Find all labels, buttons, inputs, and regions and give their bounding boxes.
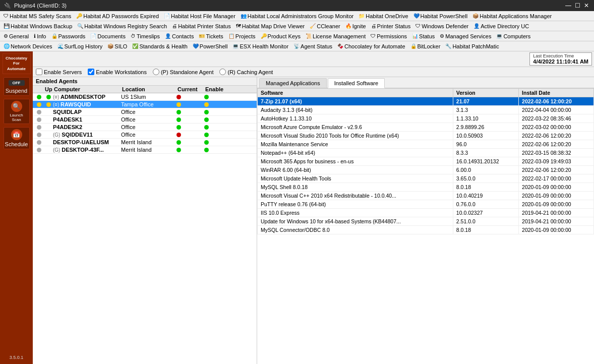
table-row[interactable]: AutoHotkey 1.1.33.10 1.1.33.10 2022-03-2… bbox=[258, 114, 594, 123]
tool-item-habitat-patchmatic[interactable]: 🔧Habitat PatchMatic bbox=[443, 42, 501, 51]
menu-label: Printer Status bbox=[377, 23, 411, 29]
tool-item-documents[interactable]: 📄Documents bbox=[88, 32, 128, 41]
menu-item-ignite[interactable]: 🔥Ignite bbox=[343, 22, 369, 31]
tool-item-standards-&-health[interactable]: ✅Standards & Health bbox=[130, 42, 190, 51]
tool-item-esx-health-monitor[interactable]: 💻ESX Health Monitor bbox=[230, 42, 291, 51]
tool-item-product-keys[interactable]: 🔑Product Keys bbox=[258, 32, 303, 41]
app-title: Plugins4 (ClientID: 3) bbox=[14, 3, 67, 9]
tool-item-contacts[interactable]: 👤Contacts bbox=[162, 32, 196, 41]
table-row[interactable]: WinRAR 6.00 (64-bit) 6.00.0 2022-02-06 1… bbox=[258, 166, 594, 174]
menu-item-habitat-local-administrators-group-monitor[interactable]: 👥Habitat Local Administrators Group Moni… bbox=[238, 12, 356, 21]
menu-item-habitat-onedrive[interactable]: 📁Habitat OneDrive bbox=[356, 12, 410, 21]
tool-item-agent-status[interactable]: 📡Agent Status bbox=[291, 42, 335, 51]
menu-label: Habitat Applications Manager bbox=[480, 13, 552, 19]
menu-item-ccleaner[interactable]: 🧹CCleaner bbox=[307, 22, 342, 31]
menu-item-habitat-host-file-manager[interactable]: 📄Habitat Host File Manager bbox=[161, 12, 238, 21]
tool-label: Chocolatey for Automate bbox=[344, 43, 405, 49]
menu-label: Habitat PowerShell bbox=[421, 13, 468, 19]
tool-item-network-devices[interactable]: 🌐Network Devices bbox=[1, 42, 55, 51]
tool-item-surflog-history[interactable]: 🌊SurfLog History bbox=[55, 42, 105, 51]
tool-item-bitlocker[interactable]: 🔒BitLocker bbox=[408, 42, 443, 51]
menu-label: Habitat Local Administrators Group Monit… bbox=[248, 13, 353, 19]
tool-item-managed-services[interactable]: ⚙Managed Services bbox=[437, 32, 494, 41]
tool-item-powershell[interactable]: 💙PowerShell bbox=[190, 42, 230, 51]
sw-version: 6.00.0 bbox=[453, 166, 518, 174]
menu-item-habitat-ad-passwords-expired[interactable]: 🔑Habitat AD Passwords Expired bbox=[74, 12, 161, 21]
menu-label: Windows Defender bbox=[422, 23, 468, 29]
standalone-agent-radio[interactable] bbox=[153, 69, 159, 75]
table-row[interactable]: Update for Windows 10 for x64-based Syst… bbox=[258, 217, 594, 226]
window-controls[interactable]: — ☐ ✕ bbox=[565, 2, 590, 9]
enable-workstations-checkbox[interactable] bbox=[88, 69, 94, 75]
menu-item-habitat-windows-backup[interactable]: 💾Habitat Windows Backup bbox=[1, 22, 75, 31]
tool-item-tickets[interactable]: 🎫Tickets bbox=[196, 32, 225, 41]
menu-row-1: 🛡Habitat MS Safety Scans🔑Habitat AD Pass… bbox=[0, 11, 594, 21]
table-row[interactable]: IIS 10.0 Express 10.0.02327 2019-04-21 0… bbox=[258, 209, 594, 217]
tab-installed-software[interactable]: Installed Software bbox=[328, 78, 385, 88]
agent-row[interactable]: DESKTOP-UAELUSM Merrit Island bbox=[33, 139, 257, 146]
tool-item-general[interactable]: ⚙General bbox=[1, 32, 31, 41]
table-row[interactable]: Mozilla Maintenance Service 96.0 2022-02… bbox=[258, 140, 594, 149]
menu-item-habitat-ms-safety-scans[interactable]: 🛡Habitat MS Safety Scans bbox=[1, 12, 74, 21]
menu-item-habitat-printer-status[interactable]: 🖨Habitat Printer Status bbox=[169, 22, 233, 31]
table-row[interactable]: Microsoft 365 Apps for business - en-us … bbox=[258, 157, 594, 166]
minimize-button[interactable]: — bbox=[565, 2, 572, 9]
agent-row[interactable]: P4ADESK2 Office bbox=[33, 124, 257, 131]
menu-icon: 🖨 bbox=[371, 23, 376, 29]
tool-item-info[interactable]: ℹInfo bbox=[31, 32, 48, 41]
tool-item-projects[interactable]: 📋Projects bbox=[226, 32, 258, 41]
table-row[interactable]: PuTTY release 0.76 (64-bit) 0.76.0.0 202… bbox=[258, 200, 594, 209]
agent-row[interactable]: P4ADESK1 Office bbox=[33, 116, 257, 124]
menu-item-habitat-windows-registry-search[interactable]: 🔍Habitat Windows Registry Search bbox=[75, 22, 169, 31]
tab-managed-applications[interactable]: Managed Applications bbox=[259, 78, 327, 88]
menu-item-active-directory-uc[interactable]: 👤Active Directory UC bbox=[471, 22, 531, 31]
agent-row[interactable]: (¤) ADMINDESKTOP US 1Slum bbox=[33, 93, 257, 101]
enable-workstations-label[interactable]: Enable Workstations bbox=[88, 69, 147, 75]
table-row[interactable]: Microsoft Update Health Tools 3.65.0.0 2… bbox=[258, 174, 594, 183]
table-row[interactable]: 7-Zip 21.07 (x64) 21.07 2022-02-06 12:00… bbox=[258, 97, 594, 106]
table-row[interactable]: Notepad++ (64-bit x64) 8.3.3 2022-03-15 … bbox=[258, 149, 594, 157]
enable-servers-checkbox[interactable] bbox=[36, 69, 42, 75]
launch-scan-button[interactable]: 🔍 LaunchScan bbox=[4, 99, 30, 124]
sw-table-container[interactable]: Software Version Install Date 7-Zip 21.0… bbox=[257, 88, 594, 364]
suspend-button[interactable]: OFF Suspend bbox=[4, 77, 30, 96]
table-row[interactable]: Microsoft Visual C++ 2010 x64 Redistribu… bbox=[258, 192, 594, 200]
tool-item-status[interactable]: 📊Status bbox=[409, 32, 437, 41]
agents-panel: Enabled Agents Up Computer Location Curr… bbox=[33, 77, 257, 364]
schedule-button[interactable]: 📅 Schedule bbox=[4, 127, 30, 149]
tool-item-silo[interactable]: 📦SILO bbox=[105, 42, 130, 51]
agent-row[interactable]: (¤) RAWSQUID Tampa Office bbox=[33, 101, 257, 108]
tool-item-license-management[interactable]: 📜License Management bbox=[303, 32, 368, 41]
tool-label: Status bbox=[419, 33, 435, 39]
standalone-agent-label[interactable]: (P) Standalone Agent bbox=[153, 69, 214, 75]
table-row[interactable]: Microsoft Visual Studio 2010 Tools for O… bbox=[258, 132, 594, 140]
menu-item-printer-status[interactable]: 🖨Printer Status bbox=[369, 22, 413, 31]
maximize-button[interactable]: ☐ bbox=[574, 2, 581, 9]
agent-up-dot bbox=[44, 95, 53, 99]
agent-up-dot bbox=[44, 102, 53, 107]
tool-item-timeslips[interactable]: ⏱Timeslips bbox=[128, 32, 162, 41]
tool-item-passwords[interactable]: 🔒Passwords bbox=[49, 32, 88, 41]
table-row[interactable]: MySQL Shell 8.0.18 8.0.18 2020-01-09 00:… bbox=[258, 183, 594, 192]
tool-item-chocolatey-for-automate[interactable]: 🍫Chocolatey for Automate bbox=[335, 42, 407, 51]
caching-agent-label[interactable]: (R) Caching Agent bbox=[219, 69, 273, 75]
tool-icon: 🌐 bbox=[4, 43, 10, 49]
caching-agent-radio[interactable] bbox=[219, 69, 226, 75]
table-row[interactable]: Microsoft Azure Compute Emulator - v2.9.… bbox=[258, 123, 594, 132]
menu-item-windows-defender[interactable]: 🛡Windows Defender bbox=[413, 22, 471, 31]
menu-item-habitat-map-drive-viewer[interactable]: 🗺Habitat Map Drive Viewer bbox=[233, 22, 308, 31]
table-row[interactable]: MySQL Connector/ODBC 8.0 8.0.18 2020-01-… bbox=[258, 226, 594, 234]
tool-item-computers[interactable]: 💻Computers bbox=[494, 32, 533, 41]
table-row[interactable]: Audacity 3.1.3 (64-bit) 3.1.3 2022-04-04… bbox=[258, 106, 594, 114]
menu-icon: 🔍 bbox=[77, 23, 83, 29]
agent-row[interactable]: (G) SQIDDEV11 Office bbox=[33, 131, 257, 139]
agent-name: P4ADESK2 bbox=[53, 124, 121, 130]
close-button[interactable]: ✕ bbox=[583, 2, 590, 9]
enable-servers-label[interactable]: Enable Servers bbox=[36, 69, 82, 75]
agent-row[interactable]: (G) DESKTOP-43F... Merrit Island bbox=[33, 146, 257, 154]
agent-enable-dots bbox=[204, 95, 227, 99]
menu-item-habitat-applications-manager[interactable]: 📦Habitat Applications Manager bbox=[470, 12, 554, 21]
tool-item-permissions[interactable]: 🛡Permissions bbox=[368, 32, 409, 41]
menu-item-habitat-powershell[interactable]: 💙Habitat PowerShell bbox=[411, 12, 470, 21]
agent-row[interactable]: SQUIDLAP Office bbox=[33, 108, 257, 116]
